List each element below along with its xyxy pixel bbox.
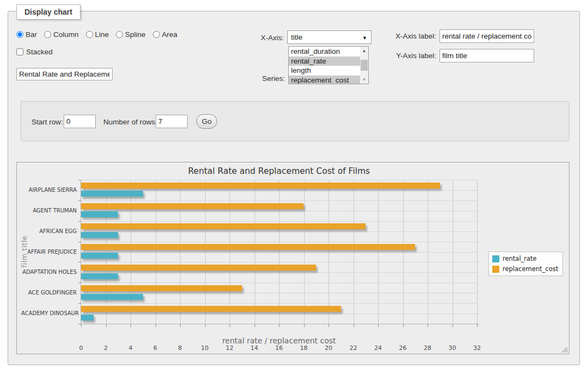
horizontal-gridline [81, 303, 477, 304]
bar-replacement_cost [81, 306, 341, 312]
legend-item: rental_rate [492, 255, 558, 262]
x-tick-mark [131, 324, 131, 327]
number-of-rows-label: Number of rows: [103, 118, 157, 126]
radio-bar-input[interactable] [16, 31, 23, 38]
bar-rental_rate [81, 315, 94, 321]
x-tick-label: 0 [70, 344, 92, 352]
x-axis-title: rental rate / replacement cost [81, 336, 477, 345]
series-select-label: Series: [251, 74, 285, 83]
radio-spline-input[interactable] [116, 31, 123, 38]
horizontal-gridline [81, 283, 477, 283]
page: Display chart Bar Column Line Spline Are… [0, 0, 588, 370]
x-tick-label: 12 [219, 344, 240, 352]
chart-title-input[interactable] [16, 68, 113, 80]
scrollbar-thumb[interactable] [361, 60, 368, 71]
y-axis-label-input[interactable] [440, 49, 534, 62]
x-tick-label: 24 [367, 344, 389, 352]
x-tick-label: 28 [417, 344, 438, 352]
stacked-checkbox[interactable] [16, 48, 23, 55]
legend-item: replacement_cost [492, 265, 558, 273]
bar-rental_rate [81, 273, 118, 279]
category-label: ACE GOLDFINGER [21, 290, 77, 296]
radio-line-input[interactable] [86, 31, 93, 38]
x-tick-mark [180, 324, 181, 327]
series-option-length[interactable]: length [289, 66, 368, 76]
x-tick-mark [304, 324, 305, 327]
bar-replacement_cost [81, 223, 366, 229]
y-tick-mark [78, 303, 81, 304]
horizontal-gridline [81, 252, 477, 253]
horizontal-gridline [81, 231, 477, 232]
radio-area-label: Area [162, 30, 178, 39]
plot-area: 02468101214161820222426283032 [81, 180, 477, 324]
radio-column[interactable]: Column [44, 30, 79, 39]
go-button[interactable]: Go [196, 114, 217, 129]
radio-column-input[interactable] [44, 31, 51, 38]
series-option-rental-duration[interactable]: rental_duration [289, 47, 368, 57]
y-tick-mark [78, 221, 81, 222]
bar-rental_rate [81, 294, 143, 300]
bar-replacement_cost [81, 183, 440, 189]
y-tick-mark [78, 324, 81, 324]
x-tick-mark [255, 324, 255, 327]
radio-bar[interactable]: Bar [16, 30, 37, 39]
horizontal-gridline [81, 262, 477, 262]
x-tick-label: 18 [293, 344, 315, 352]
horizontal-gridline [81, 313, 477, 314]
vertical-gridline [477, 180, 478, 324]
radio-column-label: Column [53, 30, 79, 39]
radio-spline-label: Spline [125, 30, 146, 39]
start-row-input[interactable] [64, 115, 96, 128]
x-tick-mark [106, 324, 107, 327]
resize-handle[interactable] [561, 346, 568, 353]
number-of-rows-input[interactable] [156, 115, 188, 128]
y-tick-mark [78, 180, 81, 180]
x-tick-label: 26 [392, 344, 414, 352]
chart-legend: rental_ratereplacement_cost [488, 252, 563, 276]
scroll-down-icon[interactable]: ▼ [360, 76, 368, 84]
start-row-label: Start row: [32, 118, 63, 126]
radio-area-input[interactable] [153, 31, 160, 38]
series-option-rental-rate[interactable]: rental_rate [289, 57, 368, 66]
series-scrollbar[interactable]: ▲ ▼ [360, 47, 368, 84]
scroll-up-icon[interactable]: ▲ [360, 47, 368, 55]
chevron-down-icon: ▼ [362, 35, 367, 41]
x-tick-label: 10 [194, 344, 216, 352]
x-axis-label-input[interactable] [440, 29, 534, 43]
chart-type-radio-group: Bar Column Line Spline Area [16, 30, 182, 39]
x-tick-mark [156, 324, 156, 327]
y-axis-label-caption: Y-Axis label: [383, 52, 436, 60]
horizontal-gridline [81, 211, 477, 211]
x-tick-mark [279, 324, 280, 327]
y-tick-mark [78, 242, 81, 242]
radio-line[interactable]: Line [86, 30, 109, 39]
series-option-replacement-cost[interactable]: replacement_cost [289, 76, 368, 85]
x-tick-label: 4 [120, 344, 141, 352]
bar-rental_rate [81, 191, 143, 197]
series-listbox[interactable]: rental_duration rental_rate length repla… [288, 46, 369, 84]
x-tick-mark [428, 324, 428, 327]
x-tick-mark [230, 324, 230, 327]
bar-rental_rate [81, 211, 118, 217]
radio-bar-label: Bar [26, 30, 37, 39]
y-tick-mark [78, 283, 81, 283]
x-axis-label-caption: X-Axis label: [383, 32, 436, 40]
legend-label: rental_rate [503, 255, 537, 262]
x-tick-label: 2 [95, 344, 117, 352]
x-axis-select[interactable]: title ▼ [287, 30, 372, 44]
bar-rental_rate [81, 253, 118, 259]
chart-title: Rental Rate and Replacement Cost of Film… [81, 166, 477, 176]
category-label: AIRPLANE SIERRA [21, 187, 77, 193]
chart-container: Rental Rate and Replacement Cost of Film… [16, 162, 570, 354]
x-tick-mark [378, 324, 379, 327]
radio-spline[interactable]: Spline [116, 30, 146, 39]
legend-swatch-replacement_cost [492, 266, 499, 273]
x-tick-label: 32 [466, 344, 488, 352]
x-tick-mark [205, 324, 206, 327]
x-tick-mark [403, 324, 404, 327]
category-label: ADAPTATION HOLES [21, 269, 77, 275]
radio-area[interactable]: Area [153, 30, 178, 39]
radio-line-label: Line [95, 30, 109, 39]
stacked-row: Stacked [16, 48, 53, 56]
horizontal-gridline [81, 221, 477, 222]
